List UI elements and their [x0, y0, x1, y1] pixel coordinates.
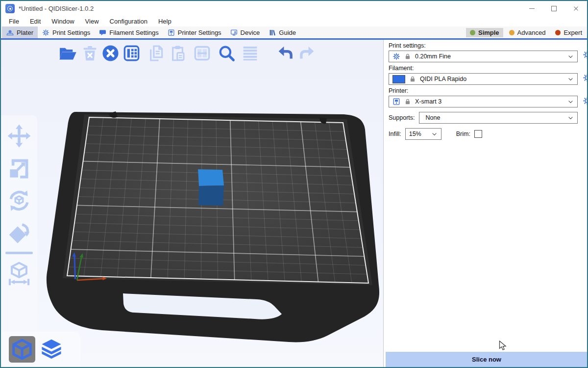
chevron-down-icon	[567, 76, 574, 82]
chevron-down-icon	[567, 99, 574, 105]
mode-switcher: Simple Advanced Expert	[466, 26, 587, 38]
move-button[interactable]	[5, 122, 33, 149]
tab-bar: Plater Print Settings Filament Settings …	[1, 26, 587, 40]
lock-icon	[404, 53, 411, 60]
layer-height-button[interactable]	[240, 43, 260, 63]
mode-expert[interactable]: Expert	[551, 28, 586, 37]
menu-view[interactable]: View	[80, 16, 104, 26]
print-settings-label: Print settings:	[389, 42, 578, 49]
menu-help[interactable]: Help	[153, 16, 177, 26]
maximize-button[interactable]	[543, 1, 565, 16]
fill-bed-icon	[193, 44, 211, 62]
tab-print-settings[interactable]: Print Settings	[38, 26, 95, 38]
print-settings-combo[interactable]: 0.20mm Fine	[389, 51, 578, 62]
place-on-face-button[interactable]	[5, 219, 33, 246]
undo-button[interactable]	[275, 43, 295, 63]
tab-label: Guide	[279, 29, 296, 36]
preview-view-button[interactable]	[38, 336, 65, 363]
mode-advanced[interactable]: Advanced	[505, 28, 550, 37]
tab-label: Device	[241, 29, 260, 36]
plater-icon	[6, 29, 14, 36]
print-settings-gear-button[interactable]	[583, 50, 587, 59]
fill-bed-button[interactable]	[192, 43, 212, 63]
settings-sidebar: Print settings: 0.20mm Fine Filament: QI…	[383, 40, 587, 367]
chevron-down-icon	[567, 115, 574, 121]
3d-editor-view-button[interactable]	[9, 336, 35, 363]
copy-button[interactable]	[146, 43, 166, 63]
tab-label: Plater	[17, 29, 33, 36]
arrange-icon	[122, 44, 141, 62]
menu-configuration[interactable]: Configuration	[104, 16, 153, 26]
title-bar: *Untitled - QIDISlicer-1.0.2	[1, 1, 587, 16]
printer-gear-button[interactable]	[583, 96, 587, 105]
scale-button[interactable]	[5, 155, 33, 182]
measure-button[interactable]	[5, 260, 33, 287]
scale-icon	[6, 156, 32, 181]
tab-printer-settings[interactable]: Printer Settings	[163, 26, 226, 38]
tab-guide[interactable]: Guide	[264, 26, 300, 38]
infill-value: 15%	[409, 131, 421, 137]
window-title: *Untitled - QIDISlicer-1.0.2	[19, 5, 94, 12]
rotate-icon	[6, 188, 32, 213]
infill-combo[interactable]: 15%	[405, 128, 441, 140]
viewport-toolbar	[1, 40, 383, 65]
move-icon	[6, 123, 32, 149]
3d-viewport[interactable]	[1, 40, 383, 367]
app-logo-icon	[5, 4, 15, 13]
printer-value: X-smart 3	[415, 98, 441, 105]
supports-label: Supports:	[389, 114, 415, 121]
chevron-down-icon	[567, 53, 574, 60]
tab-filament-settings[interactable]: Filament Settings	[95, 26, 163, 38]
mouse-cursor	[499, 341, 508, 351]
filament-value: QIDI PLA Rapido	[420, 76, 466, 82]
device-icon	[230, 29, 238, 36]
simple-dot-icon	[470, 30, 475, 35]
maximize-icon	[551, 6, 557, 11]
supports-combo[interactable]: None	[419, 112, 578, 124]
brim-checkbox[interactable]	[474, 130, 482, 138]
minimize-button[interactable]	[521, 1, 543, 16]
brim-label: Brim:	[456, 131, 470, 137]
arrange-button[interactable]	[122, 43, 141, 63]
filament-combo[interactable]: QIDI PLA Rapido	[389, 73, 578, 85]
delete-button[interactable]	[80, 43, 99, 63]
open-button[interactable]	[57, 43, 77, 63]
redo-button[interactable]	[297, 43, 317, 63]
print-settings-value: 0.20mm Fine	[415, 53, 451, 60]
tab-device[interactable]: Device	[226, 26, 265, 38]
mode-simple[interactable]: Simple	[466, 28, 503, 37]
search-button[interactable]	[217, 43, 236, 63]
undo-icon	[276, 44, 294, 62]
printer-combo[interactable]: X-smart 3	[389, 96, 578, 107]
cancel-circle-icon	[101, 44, 120, 62]
measure-icon	[6, 261, 32, 286]
tab-label: Print Settings	[52, 29, 90, 36]
filament-gear-button[interactable]	[583, 73, 587, 82]
expert-dot-icon	[555, 30, 561, 35]
paste-button[interactable]	[168, 43, 187, 63]
filament-label: Filament:	[389, 65, 578, 72]
tab-plater[interactable]: Plater	[2, 26, 38, 38]
mode-label: Simple	[478, 29, 499, 36]
trash-icon	[81, 44, 99, 62]
view-toggles	[1, 332, 80, 367]
advanced-dot-icon	[509, 30, 514, 35]
minimize-icon	[529, 8, 535, 9]
rotate-button[interactable]	[5, 187, 33, 214]
copy-icon	[147, 44, 165, 62]
mode-label: Expert	[564, 29, 582, 36]
gizmo-toolbar	[1, 115, 37, 338]
delete-all-button[interactable]	[100, 43, 120, 63]
filament-icon	[99, 29, 106, 36]
menu-window[interactable]: Window	[46, 16, 79, 26]
mode-label: Advanced	[517, 29, 546, 36]
menu-bar: File Edit Window View Configuration Help	[1, 16, 587, 26]
layers-icon	[40, 338, 63, 361]
menu-edit[interactable]: Edit	[24, 16, 46, 26]
paste-icon	[169, 44, 187, 62]
flatten-icon	[6, 220, 32, 246]
model-cube[interactable]	[198, 169, 224, 206]
close-button[interactable]	[565, 1, 587, 16]
menu-file[interactable]: File	[3, 16, 24, 26]
slice-now-button[interactable]: Slice now	[386, 352, 587, 367]
